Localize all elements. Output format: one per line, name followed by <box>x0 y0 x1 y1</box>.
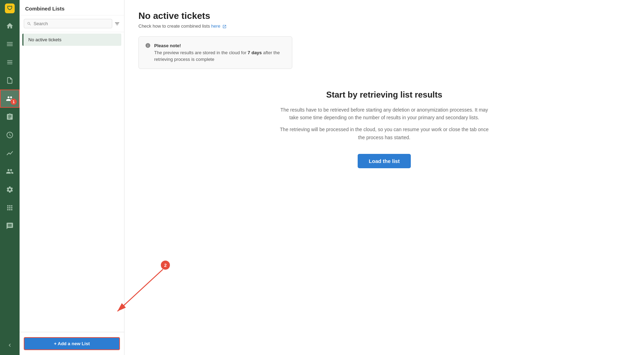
tasks-icon <box>6 113 14 121</box>
info-text: Please note! The preview results are sto… <box>154 42 286 63</box>
sidebar-item-home[interactable] <box>0 17 20 35</box>
cta-section: Start by retrieving list results The res… <box>279 83 489 176</box>
chevron-left-icon <box>7 342 13 348</box>
panel-footer: + Add a new List <box>20 332 124 355</box>
sidebar-item-chat[interactable] <box>0 217 20 235</box>
chart-icon <box>6 149 14 157</box>
sidebar-collapse-button[interactable] <box>0 338 20 352</box>
search-input-wrap[interactable] <box>24 19 112 28</box>
main-content: No active tickets Check how to create co… <box>124 0 644 355</box>
subtitle: Check how to create combined lists here <box>138 23 630 29</box>
sidebar-item-combined-lists[interactable]: 1 <box>0 90 20 108</box>
list-item-no-active[interactable]: No active tickets <box>22 34 121 46</box>
search-bar <box>20 15 124 32</box>
combined-lists-badge: 1 <box>10 99 17 105</box>
cta-desc-2: The retrieving will be processed in the … <box>279 126 489 141</box>
cta-title: Start by retrieving list results <box>279 90 489 100</box>
page-title: No active tickets <box>138 10 630 21</box>
filter-icon <box>114 21 120 27</box>
info-box: Please note! The preview results are sto… <box>138 36 292 69</box>
left-panel: Combined Lists No active tickets + Add a… <box>20 0 124 355</box>
chat-icon <box>6 222 14 230</box>
document-icon <box>6 77 14 84</box>
info-icon <box>145 43 151 63</box>
clock-icon <box>6 131 14 139</box>
sidebar-item-list[interactable] <box>0 53 20 71</box>
grid-icon <box>6 204 14 212</box>
sidebar-item-settings[interactable] <box>0 180 20 199</box>
external-link-icon <box>222 24 227 29</box>
sidebar-item-chart[interactable] <box>0 144 20 162</box>
sidebar-item-clock[interactable] <box>0 126 20 144</box>
cta-desc-1: The results have to be retrieved before … <box>279 106 489 122</box>
search-icon <box>27 21 31 26</box>
add-new-list-button[interactable]: + Add a new List <box>24 337 120 350</box>
sidebar-nav: 1 <box>0 17 20 338</box>
filter-button[interactable] <box>114 21 120 27</box>
sidebar: 🛡 1 <box>0 0 20 355</box>
sidebar-item-document[interactable] <box>0 71 20 90</box>
sidebar-item-tasks[interactable] <box>0 108 20 126</box>
here-link[interactable]: here <box>211 23 227 29</box>
home-icon <box>6 22 14 30</box>
sidebar-item-users[interactable] <box>0 162 20 180</box>
sidebar-item-grid[interactable] <box>0 199 20 217</box>
menu-icon <box>6 40 14 48</box>
please-note-label: Please note! <box>154 43 181 48</box>
load-list-button[interactable]: Load the list <box>358 154 411 168</box>
app-logo-icon: 🛡 <box>5 3 15 13</box>
sidebar-item-menu[interactable] <box>0 35 20 53</box>
sidebar-logo: 🛡 <box>0 0 20 17</box>
settings-icon <box>6 186 14 193</box>
sidebar-bottom <box>0 338 20 355</box>
panel-title: Combined Lists <box>20 0 124 15</box>
list-icon <box>6 58 14 66</box>
users-icon <box>6 168 14 175</box>
days-bold: 7 days <box>248 50 262 55</box>
search-input[interactable] <box>34 21 109 26</box>
